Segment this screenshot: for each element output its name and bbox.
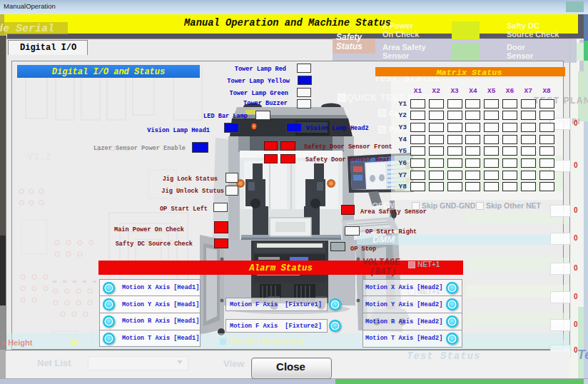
svg-text:V3.2: V3.2 — [27, 151, 51, 163]
